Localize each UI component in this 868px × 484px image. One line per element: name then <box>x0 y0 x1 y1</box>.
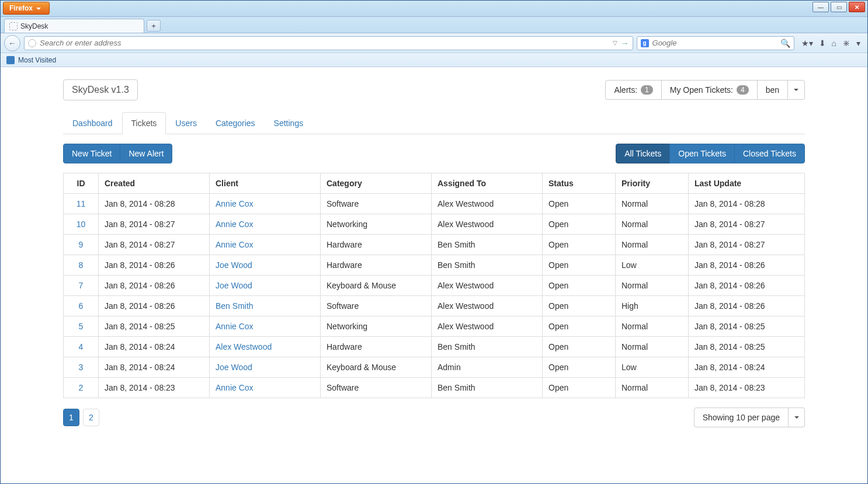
cell-assigned: Admin <box>432 357 543 378</box>
tickets-table: ID Created Client Category Assigned To S… <box>63 173 805 398</box>
page-2-button[interactable]: 2 <box>83 409 99 426</box>
per-page-button[interactable]: Showing 10 per page <box>694 408 789 427</box>
ticket-id-link[interactable]: 5 <box>79 322 84 331</box>
search-engine-icon[interactable]: g <box>641 39 649 47</box>
main-tabs: Dashboard Tickets Users Categories Setti… <box>63 112 805 134</box>
ticket-id-link[interactable]: 3 <box>79 363 84 372</box>
cell-priority: High <box>616 296 689 316</box>
tab-dashboard[interactable]: Dashboard <box>63 112 122 134</box>
client-link[interactable]: Alex Westwood <box>216 342 272 351</box>
cell-category: Networking <box>321 316 432 337</box>
cell-created: Jan 8, 2014 - 08:28 <box>99 194 210 214</box>
search-icon[interactable]: 🔍 <box>780 39 790 48</box>
col-last-update: Last Update <box>689 173 805 194</box>
client-link[interactable]: Annie Cox <box>216 322 254 331</box>
cell-status: Open <box>543 296 616 316</box>
nav-back-button[interactable]: ← <box>4 35 20 51</box>
page-1-button[interactable]: 1 <box>63 409 79 426</box>
tab-settings[interactable]: Settings <box>265 112 313 134</box>
table-row: 11Jan 8, 2014 - 08:28Annie CoxSoftwareAl… <box>64 194 805 214</box>
client-link[interactable]: Joe Wood <box>216 281 252 290</box>
my-open-label: My Open Tickets: <box>670 85 733 95</box>
new-ticket-button[interactable]: New Ticket <box>63 144 120 163</box>
new-alert-button[interactable]: New Alert <box>120 144 172 163</box>
url-go-icon[interactable]: → <box>621 39 629 48</box>
tab-categories[interactable]: Categories <box>206 112 265 134</box>
cell-created: Jan 8, 2014 - 08:27 <box>99 235 210 255</box>
home-icon[interactable]: ⌂ <box>832 39 836 48</box>
cell-id: 10 <box>64 214 99 235</box>
cell-priority: Normal <box>616 214 689 235</box>
ticket-id-link[interactable]: 6 <box>79 301 84 311</box>
cell-last-update: Jan 8, 2014 - 08:28 <box>689 194 805 214</box>
user-menu-dropdown[interactable] <box>787 80 805 100</box>
url-bar[interactable]: ▽ → <box>24 36 633 50</box>
client-link[interactable]: Joe Wood <box>216 363 252 372</box>
user-menu-button[interactable]: ben <box>757 80 788 100</box>
ticket-id-link[interactable]: 2 <box>79 383 84 392</box>
table-row: 9Jan 8, 2014 - 08:27Annie CoxHardwareBen… <box>64 235 805 255</box>
addon-icon[interactable]: ⛯ <box>842 39 850 48</box>
cell-priority: Normal <box>616 337 689 357</box>
url-history-dropdown-icon[interactable]: ▽ <box>613 40 617 46</box>
client-link[interactable]: Ben Smith <box>216 301 254 311</box>
per-page-dropdown[interactable] <box>789 408 805 427</box>
client-link[interactable]: Annie Cox <box>216 199 254 208</box>
tab-users[interactable]: Users <box>166 112 206 134</box>
window-close-button[interactable]: ✕ <box>849 2 865 12</box>
cell-priority: Normal <box>616 378 689 398</box>
client-link[interactable]: Annie Cox <box>216 220 254 229</box>
tab-tickets[interactable]: Tickets <box>122 112 166 134</box>
search-bar[interactable]: g 🔍 <box>637 36 794 50</box>
cell-client: Joe Wood <box>210 276 321 296</box>
cell-client: Joe Wood <box>210 255 321 276</box>
filter-all-tickets[interactable]: All Tickets <box>616 144 670 163</box>
window-minimize-button[interactable]: — <box>813 2 829 12</box>
ticket-id-link[interactable]: 7 <box>79 281 84 290</box>
firefox-menu-button[interactable]: Firefox <box>3 2 50 15</box>
cell-client: Annie Cox <box>210 194 321 214</box>
url-input[interactable] <box>40 39 609 47</box>
cell-id: 5 <box>64 316 99 337</box>
cell-id: 3 <box>64 357 99 378</box>
tab-favicon <box>9 22 18 30</box>
window-maximize-button[interactable]: ▭ <box>831 2 847 12</box>
filter-closed-tickets[interactable]: Closed Tickets <box>734 144 805 163</box>
client-link[interactable]: Annie Cox <box>216 383 254 392</box>
cell-status: Open <box>543 255 616 276</box>
cell-category: Hardware <box>321 337 432 357</box>
cell-assigned: Alex Westwood <box>432 214 543 235</box>
col-status: Status <box>543 173 616 194</box>
bookmark-star-icon[interactable]: ★▾ <box>801 39 813 48</box>
alerts-button[interactable]: Alerts: 1 <box>605 80 661 100</box>
browser-navbar: ← ▽ → g 🔍 ★▾ ⬇ ⌂ ⛯ ▾ <box>1 33 867 53</box>
cell-id: 9 <box>64 235 99 255</box>
downloads-icon[interactable]: ⬇ <box>819 39 826 48</box>
cell-assigned: Alex Westwood <box>432 194 543 214</box>
app-brand[interactable]: SkyDesk v1.3 <box>63 79 138 100</box>
col-created: Created <box>99 173 210 194</box>
alerts-count-badge: 1 <box>641 85 653 95</box>
ticket-id-link[interactable]: 9 <box>79 240 84 249</box>
toolbar-overflow-icon[interactable]: ▾ <box>856 39 860 48</box>
client-link[interactable]: Annie Cox <box>216 240 254 249</box>
bookmark-most-visited[interactable]: Most Visited <box>18 56 56 64</box>
cell-category: Networking <box>321 214 432 235</box>
cell-last-update: Jan 8, 2014 - 08:24 <box>689 357 805 378</box>
filter-open-tickets[interactable]: Open Tickets <box>669 144 735 163</box>
my-open-tickets-button[interactable]: My Open Tickets: 4 <box>661 80 758 100</box>
cell-client: Annie Cox <box>210 235 321 255</box>
cell-last-update: Jan 8, 2014 - 08:23 <box>689 378 805 398</box>
table-row: 3Jan 8, 2014 - 08:24Joe WoodKeyboard & M… <box>64 357 805 378</box>
ticket-id-link[interactable]: 8 <box>79 260 84 270</box>
ticket-id-link[interactable]: 11 <box>77 199 86 208</box>
ticket-id-link[interactable]: 10 <box>77 220 86 229</box>
browser-tab-active[interactable]: SkyDesk <box>4 19 144 33</box>
cell-assigned: Ben Smith <box>432 337 543 357</box>
client-link[interactable]: Joe Wood <box>216 260 252 270</box>
ticket-id-link[interactable]: 4 <box>79 342 84 351</box>
alerts-label: Alerts: <box>614 85 637 95</box>
new-tab-button[interactable]: + <box>147 20 161 32</box>
search-input[interactable] <box>652 39 777 47</box>
tab-title: SkyDesk <box>20 22 48 30</box>
